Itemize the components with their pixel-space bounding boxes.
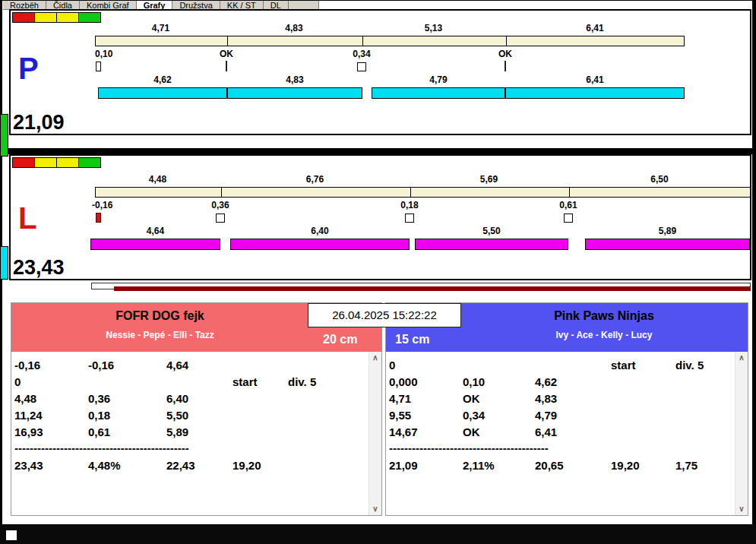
result-cell: 0,18 <box>88 409 166 422</box>
leg-label: 6,40 <box>230 226 410 236</box>
red-light <box>12 12 35 23</box>
leg-time-bar <box>95 239 751 251</box>
leg-bar-segment <box>372 87 505 99</box>
result-cell: 4,79 <box>535 409 611 422</box>
light-squares <box>12 157 100 168</box>
red-light <box>12 157 35 168</box>
leg-bar-segment <box>90 239 220 250</box>
leg-labels-row: 4,64 6,40 5,50 5,89 <box>95 226 751 237</box>
result-row: 4,480,366,40 <box>14 390 368 406</box>
panel-separator <box>0 148 756 154</box>
team-panel-right: Pink Paws Ninjas Ivy - Ace - Kelly - Luc… <box>385 302 748 516</box>
summary-cell: 21,09 <box>389 459 463 472</box>
crossing-ticks-row <box>95 212 751 223</box>
results-table-right[interactable]: 0startdiv. 5 0,0000,104,62 4,71OK4,83 9,… <box>386 352 748 515</box>
bar-divider <box>227 36 228 46</box>
scrollbar[interactable]: ∧ ∨ <box>369 352 381 515</box>
leg-label: 5,89 <box>585 226 750 236</box>
leg-label: 4,62 <box>98 74 227 85</box>
scroll-up-icon[interactable]: ∧ <box>369 354 381 362</box>
dark-red-bar <box>114 286 751 291</box>
summary-row: 23,434,48%22,4319,20 <box>14 457 368 473</box>
result-row: 0,0000,104,62 <box>389 373 734 390</box>
result-cell: 4,71 <box>389 392 463 405</box>
crossing-ticks-row <box>95 61 685 72</box>
team-dogs: Ivy - Ace - Kelly - Lucy <box>386 330 748 340</box>
green-light <box>78 157 101 168</box>
crossing-tick <box>226 61 227 74</box>
result-cell: 4,64 <box>166 359 232 372</box>
leg-label: 4,64 <box>90 226 220 236</box>
split-label: 4,83 <box>226 23 362 33</box>
crossing-label: 0,36 <box>211 200 229 210</box>
scroll-down-icon[interactable]: ∨ <box>369 505 381 513</box>
crossing-tick <box>96 212 101 226</box>
leg-bar-segment <box>505 87 685 99</box>
leg-bar-segment <box>585 239 750 250</box>
result-cell: 11,24 <box>14 409 88 422</box>
split-labels-row: 4,48 6,76 5,69 6,50 <box>95 174 751 185</box>
crossing-labels-row: 0,10 OK 0,34 OK <box>95 49 685 60</box>
bar-divider <box>410 188 411 197</box>
leg-labels-row: 4,62 4,83 4,79 6,41 <box>95 74 685 86</box>
result-cell: div. 5 <box>675 359 734 372</box>
green-light <box>78 12 101 23</box>
bar-divider <box>506 36 507 46</box>
result-cell: 4,83 <box>535 392 611 405</box>
summary-cell: 2,11% <box>463 459 535 472</box>
left-edge-cyan-block <box>0 246 8 280</box>
result-cell: 14,67 <box>389 425 463 438</box>
team-panel-left: FOFR DOG fejk Nessie - Pepé - Elli - Taz… <box>11 302 382 516</box>
leg-bar-segment <box>98 87 227 99</box>
result-row: 0startdiv. 5 <box>389 356 734 373</box>
crossing-label: 0,10 <box>95 49 112 59</box>
bar-divider <box>569 188 570 197</box>
split-label: 4,48 <box>95 174 220 185</box>
crossing-label: 0,34 <box>353 49 370 59</box>
bar-divider <box>362 36 363 46</box>
result-cell: 0,000 <box>389 375 463 388</box>
crossing-label: OK <box>498 49 512 59</box>
result-cell: 4,62 <box>535 375 611 388</box>
result-row: 11,240,185,50 <box>14 406 368 423</box>
summary-cell: 19,20 <box>611 459 675 472</box>
scroll-up-icon[interactable]: ∧ <box>735 354 748 362</box>
result-cell: start <box>611 359 675 372</box>
result-cell: -0,16 <box>88 359 166 372</box>
lane-panel-l: L 4,48 6,76 5,69 6,50 -0,16 0,36 0,18 0,… <box>9 154 751 280</box>
result-row: 14,67OK6,41 <box>389 423 734 440</box>
split-label: 5,69 <box>410 174 568 185</box>
result-row: 16,930,615,89 <box>14 423 368 440</box>
crossing-label: 0,61 <box>559 200 577 210</box>
bar-divider <box>221 188 222 197</box>
window-frame-right <box>752 0 756 544</box>
result-cell: 5,89 <box>166 425 232 438</box>
result-row: 0startdiv. 5 <box>14 373 368 390</box>
result-row: 9,550,344,79 <box>389 406 734 423</box>
lane-panel-p: P 4,71 4,83 5,13 6,41 0,10 OK 0,34 OK 4,… <box>9 9 751 135</box>
leg-bar-segment <box>227 87 362 99</box>
yellow-light-1 <box>34 157 57 168</box>
lane-letter-l: L <box>18 203 36 233</box>
result-row: -0,16-0,164,64 <box>14 356 368 373</box>
bottom-left-square <box>6 530 17 540</box>
result-cell: 4,48 <box>14 392 88 405</box>
lane-total-p: 21,09 <box>13 111 65 134</box>
window-bottom-strip <box>0 524 756 544</box>
summary-cell: 20,65 <box>535 459 611 472</box>
result-cell: 16,93 <box>14 425 88 438</box>
split-labels-row: 4,71 4,83 5,13 6,41 <box>95 23 685 34</box>
yellow-light-1 <box>34 12 57 23</box>
datetime-display: 26.04.2025 15:22:22 <box>308 303 461 327</box>
scroll-down-icon[interactable]: ∨ <box>735 505 748 513</box>
summary-cell: 19,20 <box>232 459 288 472</box>
results-table-left[interactable]: -0,16-0,164,64 0startdiv. 5 4,480,366,40… <box>11 352 381 515</box>
leg-time-bar <box>95 87 685 100</box>
scrollbar[interactable]: ∧ ∨ <box>735 352 748 515</box>
split-label: 6,41 <box>505 23 685 33</box>
app-window: Rozběh Čidla Kombi Graf Grafy Družstva K… <box>0 0 756 544</box>
result-cell: 6,41 <box>535 425 611 438</box>
leg-bar-segment <box>415 239 568 250</box>
dashed-separator: ----------------------------------------… <box>389 440 582 457</box>
result-cell: 9,55 <box>389 409 463 422</box>
